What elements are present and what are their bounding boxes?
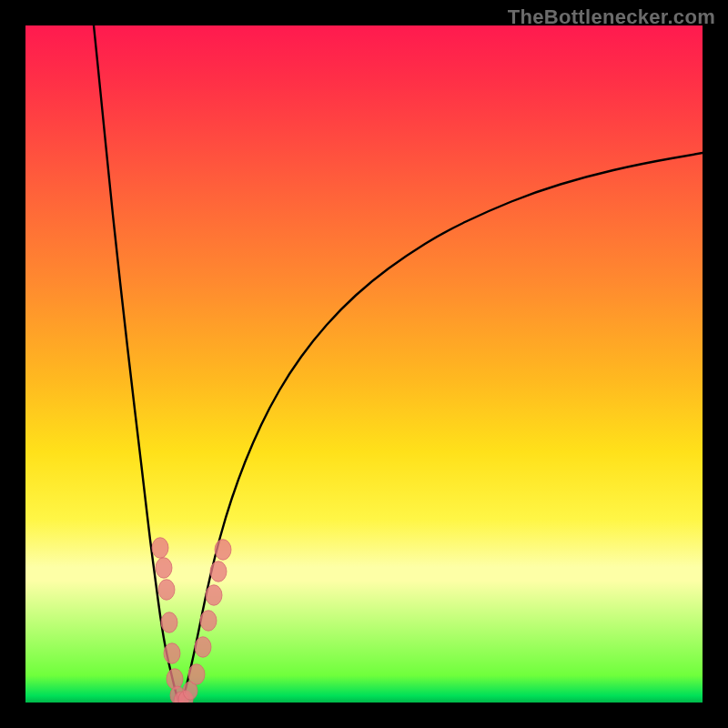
marker-group <box>152 538 231 703</box>
highlight-dot <box>158 580 175 601</box>
highlight-dot <box>161 612 177 633</box>
highlight-dot <box>206 585 222 606</box>
highlight-dot <box>195 637 211 658</box>
highlight-dot <box>156 558 172 579</box>
curve-right <box>179 153 703 702</box>
highlight-dot <box>215 540 231 561</box>
curve-layer <box>25 25 703 703</box>
highlight-dot <box>164 643 180 664</box>
highlight-dot <box>200 611 217 632</box>
plot-area <box>25 25 703 703</box>
highlight-dot <box>188 664 205 685</box>
highlight-dot <box>167 669 183 690</box>
highlight-dot <box>152 538 168 559</box>
chart-frame: TheBottlenecker.com <box>0 0 728 728</box>
highlight-dot <box>210 561 227 582</box>
